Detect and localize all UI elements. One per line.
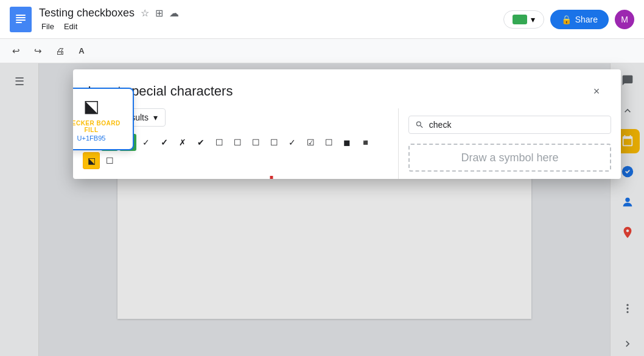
doc-title: Testing checkboxes	[39, 7, 135, 19]
toolbar: ↩ ↪ 🖨 A	[0, 39, 644, 63]
char-cell[interactable]: ☐	[101, 152, 118, 169]
svg-rect-2	[16, 17, 26, 18]
share-label: Share	[575, 15, 598, 24]
meet-arrow: ▾	[531, 15, 535, 24]
tooltip-char: ⬕	[83, 96, 99, 116]
folder-icon[interactable]: ⊞	[155, 7, 163, 19]
char-cell[interactable]: ☐	[320, 134, 337, 151]
char-cell[interactable]: ☐	[265, 134, 282, 151]
dialog-right-panel: Draw a symbol here	[399, 108, 621, 179]
close-button[interactable]: ×	[587, 82, 606, 101]
main-area: ☰	[0, 63, 644, 356]
char-cell[interactable]: ☐	[229, 134, 246, 151]
spell-check-button[interactable]: A	[73, 43, 90, 60]
dialog-overlay: Insert special characters × Search Resul…	[0, 63, 644, 356]
menu-file[interactable]: File	[39, 21, 57, 32]
chars-grid: ⁇ ☑ ☑ ✓ ✓ ✗ ✔ ☐ ☐ ☐ ☐ ✓	[83, 134, 388, 169]
svg-rect-5	[515, 16, 521, 23]
char-cell[interactable]: ☑	[302, 134, 319, 151]
draw-symbol-text: Draw a symbol here	[461, 152, 558, 164]
svg-rect-1	[16, 15, 26, 16]
search-icon	[415, 120, 424, 130]
search-input[interactable]	[429, 120, 604, 130]
top-bar: Testing checkboxes ☆ ⊞ ☁ File Edit ▾ 🔒 S…	[0, 0, 644, 39]
search-box[interactable]	[408, 116, 611, 134]
menu-edit[interactable]: Edit	[61, 21, 80, 32]
svg-marker-6	[521, 16, 525, 23]
dialog-body: Search Results ▾ ⁇ ☑ ☑ ✓ ✓ ✗	[73, 108, 621, 179]
char-cell[interactable]: ✗	[174, 134, 191, 151]
avatar[interactable]: M	[615, 10, 634, 29]
insert-special-characters-dialog: Insert special characters × Search Resul…	[73, 69, 621, 179]
meet-icon	[513, 15, 527, 24]
doc-icon	[10, 7, 32, 32]
print-button[interactable]: 🖨	[51, 43, 68, 60]
draw-symbol-area[interactable]: Draw a symbol here	[408, 144, 611, 172]
arrow-indicator	[253, 167, 290, 179]
meet-button[interactable]: ▾	[503, 10, 544, 29]
dropdown-arrow-icon: ▾	[153, 113, 158, 122]
svg-rect-3	[16, 19, 26, 21]
lock-icon: 🔒	[561, 15, 572, 24]
top-bar-right: ▾ 🔒 Share M	[503, 10, 634, 29]
char-cell[interactable]: ✓	[284, 134, 301, 151]
star-icon[interactable]: ☆	[141, 7, 149, 19]
char-tooltip: ⬕ CHECKER BOARD FILL U+1FB95	[73, 88, 134, 150]
dialog-left-panel: Search Results ▾ ⁇ ☑ ☑ ✓ ✓ ✗	[73, 108, 399, 179]
title-area: Testing checkboxes ☆ ⊞ ☁ File Edit	[39, 7, 179, 32]
char-cell[interactable]: ✔	[192, 134, 209, 151]
char-cell[interactable]: ✓	[156, 134, 173, 151]
char-cell-highlighted[interactable]: ⬕ ⬕ CHECKER BOARD FILL U+1FB95	[83, 152, 100, 169]
cloud-icon[interactable]: ☁	[169, 7, 179, 19]
char-cell[interactable]: ✓	[138, 134, 155, 151]
menu-bar: File Edit	[39, 21, 179, 32]
tooltip-code: U+1FB95	[77, 134, 106, 142]
svg-rect-4	[16, 22, 22, 23]
undo-button[interactable]: ↩	[7, 43, 24, 60]
tooltip-name: CHECKER BOARD FILL	[73, 120, 123, 133]
char-cell[interactable]: ◼	[338, 134, 355, 151]
dialog-header: Insert special characters ×	[73, 69, 621, 108]
char-cell[interactable]: ☐	[247, 134, 264, 151]
char-cell[interactable]: ◾	[357, 134, 374, 151]
char-cell[interactable]: ☐	[211, 134, 228, 151]
chars-grid-container: ⁇ ☑ ☑ ✓ ✓ ✗ ✔ ☐ ☐ ☐ ☐ ✓	[83, 134, 388, 169]
redo-button[interactable]: ↪	[29, 43, 46, 60]
share-button[interactable]: 🔒 Share	[550, 10, 609, 29]
